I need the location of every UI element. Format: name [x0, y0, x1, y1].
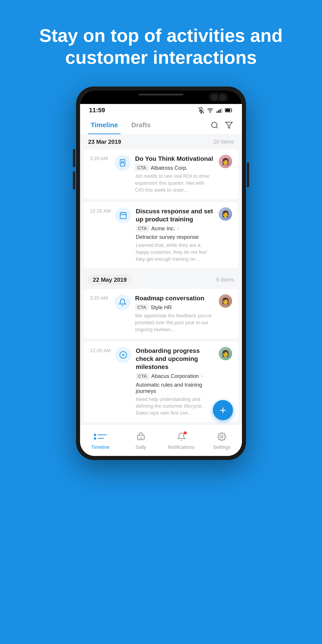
search-icon-button[interactable] [210, 120, 220, 130]
nav-label-timeline: Timeline [91, 444, 109, 450]
tab-header: Timeline Drafts [80, 116, 242, 134]
date-header-2: 22 May 2019 5 Items [80, 271, 242, 289]
svg-point-10 [212, 122, 217, 128]
svg-rect-5 [218, 110, 219, 113]
svg-rect-6 [220, 109, 221, 113]
nav-label-settings: Settings [213, 444, 231, 450]
card-desc-3: We appreciate the feedback you've provid… [135, 312, 214, 333]
content-area: 23 Mar 2019 20 Items 3:20 AM [80, 134, 242, 425]
cta-badge-3: CTA [135, 304, 148, 310]
nav-item-timeline[interactable]: Timeline [80, 425, 120, 456]
card-icon-1 [114, 155, 130, 171]
phone-screen: 11:59 [80, 90, 242, 456]
card-title-3: Roadmap conversation [135, 294, 214, 302]
status-icons [198, 107, 233, 113]
card-avatar-3: 👩 [219, 294, 232, 308]
tab-drafts[interactable]: Drafts [128, 116, 154, 134]
card-body-2: Discuss response and set up product trai… [136, 207, 214, 263]
nav-item-sally[interactable]: Sally [120, 425, 161, 456]
card-meta-2: CTA Acme Inc. › Detractor survey respons… [136, 225, 214, 240]
wifi-icon [207, 107, 213, 113]
card-company-1: Albatross Corp. [151, 165, 188, 171]
card-icon-3 [114, 294, 130, 310]
card-avatar-2: 👩 [219, 207, 232, 221]
nav-label-notifications: Notifications [168, 444, 195, 450]
notification-badge [183, 431, 187, 435]
status-time: 11:59 [89, 107, 105, 114]
svg-point-24 [139, 437, 140, 438]
date-label-1: 23 Mar 2019 [88, 138, 121, 145]
phone-shell: 11:59 [76, 86, 246, 460]
cta-badge-4: CTA [136, 373, 149, 380]
card-desc-4: Need help understanding and defining the… [136, 396, 214, 416]
activity-card-2[interactable]: 12:20 AM Discuss response and set up pro… [84, 202, 238, 268]
svg-point-26 [221, 436, 223, 438]
card-time-4: 12:20 AM [90, 348, 111, 354]
svg-marker-22 [122, 354, 124, 356]
nav-item-settings[interactable]: Settings [202, 425, 242, 456]
sally-nav-icon [135, 431, 147, 442]
card-avatar-4: 👩 [219, 347, 232, 360]
date-badge-2: 22 May 2019 [88, 275, 132, 285]
card-company-3: Style HR [151, 304, 172, 310]
svg-point-25 [142, 437, 142, 438]
settings-nav-icon [216, 431, 228, 442]
camera-lens-2 [220, 94, 226, 100]
card-body-3: Roadmap conversation CTA Style HR We app… [135, 294, 214, 333]
card-avatar-1: 👩 [219, 155, 232, 168]
chevron-icon-2: › [177, 226, 179, 232]
cta-badge-1: CTA [135, 164, 148, 171]
items-count-1: 20 Items [213, 139, 234, 145]
card-title-1: Do You Think Motivational [135, 155, 214, 163]
activity-card-3[interactable]: 3:20 AM Roadmap conversation CTA Style H… [84, 289, 238, 338]
svg-marker-11 [226, 122, 232, 128]
card-time-3: 3:20 AM [90, 295, 110, 301]
cta-badge-2: CTA [136, 225, 149, 232]
svg-rect-17 [120, 213, 126, 219]
card-meta-1: CTA Albatross Corp. [135, 164, 214, 171]
bottom-nav: Timeline Sally [80, 425, 242, 456]
notifications-nav-icon [176, 431, 187, 442]
fab-add-button[interactable]: + [213, 400, 233, 420]
svg-rect-23 [138, 435, 144, 440]
card-icon-4 [115, 347, 131, 363]
card-meta-4: CTA Abacus Corporation › Automatic rules… [136, 373, 214, 394]
phone-notch [80, 90, 242, 104]
card-title-4: Onboarding progress check and upcoming m… [136, 347, 214, 371]
date-header-1: 23 Mar 2019 20 Items [80, 134, 242, 149]
card-body-1: Do You Think Motivational CTA Albatross … [135, 155, 214, 194]
activity-card-1[interactable]: 3:20 AM Do You Think Motivational [84, 149, 238, 199]
svg-rect-4 [216, 111, 218, 113]
svg-point-3 [210, 112, 210, 112]
notch-bar [139, 94, 183, 96]
camera-lens-1 [212, 94, 217, 100]
card-company-2: Acme Inc. [152, 226, 175, 232]
svg-rect-9 [226, 109, 230, 112]
chevron-icon-4: › [201, 373, 202, 379]
signal-icon [216, 107, 222, 113]
mute-icon [198, 107, 204, 113]
nav-label-sally: Sally [136, 444, 146, 450]
card-subcompany-2: Detractor survey response [136, 234, 198, 240]
svg-rect-7 [221, 108, 222, 113]
card-title-2: Discuss response and set up product trai… [136, 207, 214, 224]
items-count-2: 5 Items [216, 276, 234, 283]
card-meta-3: CTA Style HR [135, 304, 214, 310]
timeline-nav-icon [94, 431, 106, 442]
card-desc-2: Learned that, while they are a happy cus… [136, 242, 214, 262]
phone-device: 11:59 [76, 86, 246, 460]
battery-icon [225, 107, 233, 113]
camera-module [208, 93, 228, 102]
card-body-4: Onboarding progress check and upcoming m… [136, 347, 214, 417]
tab-timeline[interactable]: Timeline [88, 116, 120, 134]
card-icon-2 [115, 207, 131, 224]
nav-item-notifications[interactable]: Notifications [161, 425, 202, 456]
card-time-1: 3:20 AM [90, 156, 110, 162]
card-company-4: Abacus Corporation [152, 373, 199, 379]
hero-title: Stay on top of activities and customer i… [0, 0, 322, 86]
status-bar: 11:59 [80, 104, 242, 116]
card-subcompany-4: Automatic rules and training journeys [136, 382, 214, 394]
card-desc-1: Jim needs to see real ROI to drive expan… [135, 173, 214, 194]
filter-icon-button[interactable] [224, 120, 234, 130]
card-time-2: 12:20 AM [90, 208, 111, 214]
